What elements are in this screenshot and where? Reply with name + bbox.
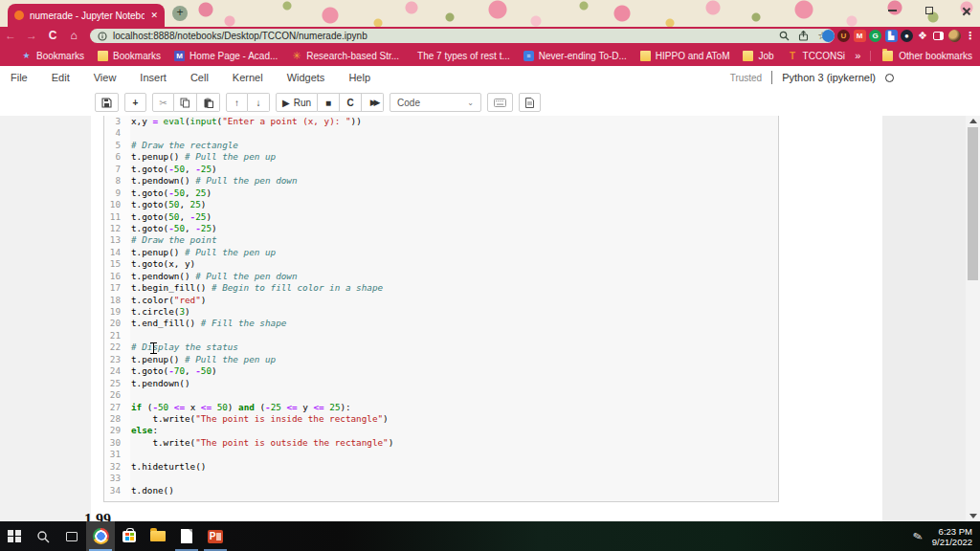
add-cell-button[interactable]: + — [124, 93, 146, 112]
window-close-icon[interactable] — [962, 7, 970, 15]
menu-view[interactable]: View — [94, 72, 117, 83]
cut-cell-button[interactable]: ✂ — [152, 93, 174, 112]
kernel-name[interactable]: Python 3 (ipykernel) — [782, 72, 876, 83]
scroll-up-icon[interactable] — [969, 119, 977, 123]
browser-tab[interactable]: numerade - Jupyter Notebook ✕ — [8, 4, 165, 27]
bookmark-item[interactable]: Bookmarks — [21, 51, 84, 61]
page-scrollbar[interactable] — [966, 116, 980, 521]
code-line[interactable]: 6t.penup() # Pull the pen up — [104, 151, 778, 163]
code-line[interactable]: 8t.pendown() # Pull the pen down — [104, 175, 778, 187]
menu-kernel[interactable]: Kernel — [233, 72, 263, 83]
new-tab-button[interactable]: + — [172, 6, 188, 21]
tab-close-icon[interactable]: ✕ — [150, 11, 158, 20]
bookmark-item[interactable]: The 7 types of rest t... — [412, 51, 510, 61]
zoom-icon[interactable] — [779, 31, 790, 41]
command-palette-button[interactable] — [487, 93, 513, 112]
code-line[interactable]: 33 — [104, 473, 778, 484]
code-line[interactable]: 23t.penup() # Pull the pen up — [104, 354, 778, 365]
back-icon[interactable]: ← — [0, 27, 21, 45]
code-line[interactable]: 28 t.write("The point is inside the rect… — [104, 413, 778, 425]
code-line[interactable]: 15t.goto(x, y) — [104, 258, 778, 270]
code-line[interactable]: 17t.begin_fill() # Begin to fill color i… — [104, 282, 778, 294]
bookmark-item[interactable]: Home Page - Acad... — [174, 51, 278, 61]
move-cell-down-button[interactable]: ↓ — [248, 93, 270, 112]
forward-icon[interactable]: → — [21, 27, 42, 45]
code-line[interactable]: 27if (-50 <= x <= 50) and (-25 <= y <= 2… — [104, 402, 778, 413]
bookmark-item[interactable]: Bookmarks — [98, 51, 161, 61]
paste-cell-button[interactable] — [197, 93, 220, 112]
ext-maroon-circle-icon[interactable]: U — [837, 30, 850, 42]
taskbar-search-button[interactable] — [29, 521, 57, 551]
ext-blue-shield-icon[interactable]: ▙ — [885, 30, 898, 42]
code-line[interactable]: 13# Draw the point — [104, 234, 778, 246]
bookmark-item[interactable]: HIPPO and AToM — [640, 51, 730, 61]
code-line[interactable]: 12t.goto(-50, -25) — [104, 223, 778, 234]
scrollbar-thumb[interactable] — [968, 127, 978, 280]
code-line[interactable]: 16t.pendown() # Pull the pen down — [104, 271, 778, 282]
ext-dark-circle-icon[interactable]: ● — [901, 30, 913, 42]
code-line[interactable]: 11t.goto(50, -25) — [104, 211, 778, 223]
code-line[interactable]: 34t.done() — [104, 485, 778, 496]
code-line[interactable]: 3x,y = eval(input("Enter a point (x, y):… — [104, 116, 778, 127]
menu-widgets[interactable]: Widgets — [287, 72, 325, 83]
start-button[interactable] — [0, 521, 29, 551]
bookmark-item[interactable]: TCCONSites < Main... — [788, 51, 846, 61]
code-line[interactable]: 21 — [104, 330, 778, 342]
task-view-button[interactable] — [57, 521, 86, 551]
code-line[interactable]: 9t.goto(-50, 25) — [104, 187, 778, 199]
side-panel-icon[interactable] — [932, 30, 945, 42]
code-line[interactable]: 20t.end_fill() # Fill the shape — [104, 318, 778, 329]
bookmark-item[interactable]: Job — [743, 51, 773, 61]
bookmark-item[interactable]: Research-based Str... — [291, 51, 399, 61]
restart-run-all-button[interactable]: ▶▶ — [362, 93, 384, 112]
window-maximize-icon[interactable] — [925, 7, 933, 14]
code-line[interactable]: 25t.pendown() — [104, 378, 778, 389]
cell-type-dropdown[interactable]: Code ⌄ — [390, 93, 481, 112]
taskbar-chrome[interactable] — [86, 521, 115, 551]
code-line[interactable]: 10t.goto(50, 25) — [104, 199, 778, 210]
url-bar[interactable]: localhost:8888/notebooks/Desktop/TCCON/n… — [90, 29, 835, 43]
menu-edit[interactable]: Edit — [52, 72, 70, 83]
taskbar-file-explorer[interactable] — [144, 521, 172, 551]
menu-insert[interactable]: Insert — [140, 72, 167, 83]
home-icon[interactable]: ⌂ — [63, 27, 84, 45]
code-line[interactable]: 5# Draw the rectangle — [104, 140, 778, 151]
restart-kernel-button[interactable]: C — [340, 93, 362, 112]
taskbar-microsoft-store[interactable] — [115, 521, 144, 551]
ext-blue-circle-icon[interactable] — [822, 30, 835, 42]
taskbar-powerpoint[interactable]: P — [201, 521, 230, 551]
code-line[interactable]: 7t.goto(-50, -25) — [104, 164, 778, 175]
code-line[interactable]: 26 — [104, 389, 778, 401]
code-cell-input[interactable]: 3x,y = eval(input("Enter a point (x, y):… — [103, 116, 779, 502]
share-icon[interactable] — [798, 31, 809, 41]
save-button[interactable] — [95, 93, 119, 112]
scroll-down-icon[interactable] — [969, 514, 977, 518]
code-line[interactable]: 24t.goto(-70, -50) — [104, 365, 778, 377]
url-text[interactable]: localhost:8888/notebooks/Desktop/TCCON/n… — [113, 31, 773, 41]
menu-file[interactable]: File — [11, 72, 28, 83]
other-bookmarks[interactable]: Other bookmarks — [870, 51, 972, 61]
taskbar-clock[interactable]: 6:23 PM 9/21/2022 — [932, 526, 972, 547]
code-line[interactable]: 22# Display the status — [104, 342, 778, 353]
code-line[interactable]: 19t.circle(3) — [104, 306, 778, 318]
code-line[interactable]: 30 t.write("The point is outside the rec… — [104, 437, 778, 449]
code-line[interactable]: 14t.penup() # Pull the pen up — [104, 247, 778, 258]
bookmark-item[interactable]: Never-ending To-D... — [523, 51, 627, 61]
chrome-menu-icon[interactable]: ⋮ — [964, 30, 976, 42]
ext-green-crescent-icon[interactable]: G — [869, 30, 881, 42]
code-line[interactable]: 29else: — [104, 425, 778, 436]
code-line[interactable]: 4 — [104, 127, 778, 139]
run-button[interactable]: ▶Run — [276, 93, 318, 112]
profile-avatar[interactable] — [948, 30, 961, 42]
code-line[interactable]: 18t.color("red") — [104, 295, 778, 306]
extensions-puzzle-icon[interactable]: ❖ — [917, 30, 929, 42]
notebook-tools-button[interactable] — [519, 93, 541, 112]
window-minimize-icon[interactable] — [888, 10, 897, 11]
info-icon[interactable] — [98, 32, 107, 41]
bookmarks-overflow-icon[interactable]: » — [855, 50, 860, 61]
windows-ink-pen-icon[interactable]: ✎ — [911, 528, 924, 543]
interrupt-kernel-button[interactable]: ■ — [318, 93, 340, 112]
code-line[interactable]: 31 — [104, 449, 778, 460]
move-cell-up-button[interactable]: ↑ — [226, 93, 248, 112]
reload-icon[interactable]: C — [42, 27, 63, 45]
